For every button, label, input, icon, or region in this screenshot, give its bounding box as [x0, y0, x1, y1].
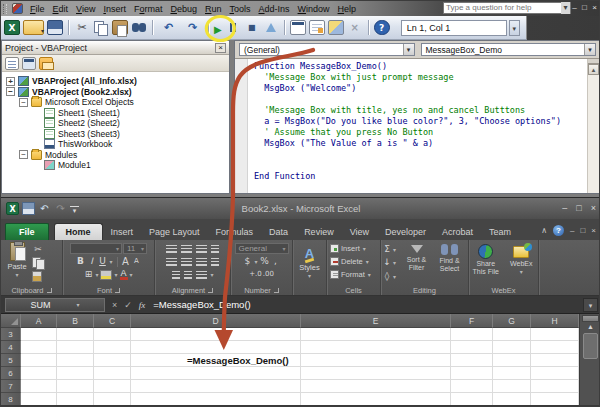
split-handle[interactable] — [582, 315, 599, 322]
row-header-5[interactable]: 5 — [1, 354, 21, 367]
cell-A8[interactable] — [21, 393, 57, 405]
cell-B4[interactable] — [57, 341, 94, 354]
increase-decimal-button[interactable]: +.0 — [249, 269, 262, 280]
chevron-down-icon[interactable]: ▾ — [76, 301, 79, 308]
column-header-c[interactable]: C — [94, 314, 131, 328]
tab-view[interactable]: View — [342, 224, 377, 240]
tab-file[interactable]: File — [5, 223, 49, 240]
properties-window-icon[interactable] — [309, 20, 325, 35]
cell-A5[interactable] — [21, 354, 57, 367]
object-browser-icon[interactable] — [328, 20, 344, 35]
italic-button[interactable]: I — [86, 256, 96, 267]
cell-D8[interactable] — [131, 393, 301, 405]
cell-D7[interactable] — [131, 380, 301, 393]
view-excel-icon[interactable]: X — [4, 20, 20, 35]
view-object-icon[interactable] — [22, 57, 36, 70]
formula-input[interactable]: =MessageBox_Demo() — [153, 299, 583, 310]
shrink-font-button[interactable]: A — [132, 256, 142, 267]
cell-G8[interactable] — [493, 393, 531, 405]
cell-B5[interactable] — [57, 354, 94, 367]
cell-C6[interactable] — [94, 367, 131, 380]
increase-indent-icon[interactable] — [184, 271, 192, 279]
cell-E7[interactable] — [301, 380, 451, 393]
undo-icon[interactable]: ↶ — [158, 20, 179, 35]
redo-icon[interactable]: ↷ — [182, 20, 203, 35]
cell-E3[interactable] — [301, 328, 451, 341]
cell-A3[interactable] — [21, 328, 57, 341]
minimize-button[interactable]: – — [570, 2, 579, 13]
cell-A4[interactable] — [21, 341, 57, 354]
cell-F6[interactable] — [451, 367, 493, 380]
copy-icon[interactable] — [32, 257, 44, 268]
insert-function-icon[interactable]: fx — [139, 300, 146, 310]
format-cells-button[interactable]: Format ▾ — [328, 268, 379, 281]
share-this-file-button[interactable]: Share This File — [470, 242, 502, 284]
tree-item[interactable]: Sheet2 (Sheet2) — [2, 118, 229, 129]
restore-button[interactable]: □ — [580, 2, 589, 13]
grow-font-button[interactable]: A — [121, 256, 131, 267]
tree-item[interactable]: −Modules — [2, 150, 229, 161]
menu-help[interactable]: Help — [334, 3, 361, 15]
qat-redo-icon[interactable]: ↷ — [54, 202, 67, 215]
cell-B3[interactable] — [57, 328, 94, 341]
bold-button[interactable]: B — [75, 256, 85, 267]
cell-E6[interactable] — [301, 367, 451, 380]
menu-insert[interactable]: Insert — [99, 3, 130, 15]
column-header-h[interactable]: H — [531, 314, 579, 328]
cancel-icon[interactable]: × — [112, 300, 117, 310]
toolbox-icon[interactable]: × — [347, 20, 363, 35]
autosum-icon[interactable]: Σ — [382, 244, 392, 255]
toolbar-grip[interactable] — [3, 4, 7, 14]
view-code-icon[interactable] — [5, 57, 19, 70]
dialog-launcher-icon[interactable] — [274, 288, 279, 293]
dialog-launcher-icon[interactable] — [47, 288, 52, 293]
scroll-up-icon[interactable]: ▲ — [588, 64, 599, 75]
tab-insert[interactable]: Insert — [103, 224, 142, 240]
cell-G5[interactable] — [493, 354, 531, 367]
help-icon[interactable]: ? — [553, 225, 564, 236]
cell-B7[interactable] — [57, 380, 94, 393]
tree-item[interactable]: Sheet1 (Sheet1) — [2, 108, 229, 119]
cell-G6[interactable] — [493, 367, 531, 380]
find-icon[interactable] — [131, 20, 147, 35]
cell-H6[interactable] — [531, 367, 579, 380]
tab-review[interactable]: Review — [296, 224, 342, 240]
run-icon[interactable]: ▶ — [214, 24, 222, 35]
cell-D3[interactable] — [131, 328, 301, 341]
borders-button[interactable]: ⊞ — [83, 269, 93, 280]
column-header-a[interactable]: A — [21, 314, 57, 328]
toggle-folders-icon[interactable] — [39, 57, 53, 70]
accounting-format-button[interactable]: $ — [242, 256, 252, 267]
cell-D6[interactable] — [131, 367, 301, 380]
cell-E5[interactable] — [301, 354, 451, 367]
code-editor-area[interactable]: Function MessageBox_Demo() 'Message Box … — [235, 58, 599, 193]
cell-E4[interactable] — [301, 341, 451, 354]
tab-page-layout[interactable]: Page Layout — [141, 224, 208, 240]
fill-color-button[interactable] — [100, 270, 112, 280]
expand-formula-bar-icon[interactable]: ▾ — [583, 298, 598, 312]
cell-B6[interactable] — [57, 367, 94, 380]
cell-F5[interactable] — [451, 354, 493, 367]
cut-icon[interactable]: ✂ — [32, 244, 44, 255]
close-button[interactable]: × — [590, 2, 599, 13]
fill-icon[interactable]: ↓ — [382, 257, 392, 268]
scroll-up-icon[interactable]: ▲ — [580, 322, 600, 332]
name-box[interactable]: SUM ▾ — [5, 298, 105, 312]
column-header-g[interactable]: G — [493, 314, 531, 328]
close-workbook-button[interactable]: × — [591, 226, 596, 236]
merge-center-icon[interactable] — [196, 271, 207, 279]
chevron-down-icon[interactable]: ▾ — [584, 44, 595, 55]
cell-F4[interactable] — [451, 341, 493, 354]
collapse-icon[interactable]: − — [19, 98, 28, 107]
row-header-6[interactable]: 6 — [1, 367, 21, 380]
project-explorer-icon[interactable] — [290, 20, 306, 35]
orientation-icon[interactable] — [211, 245, 219, 253]
tab-data[interactable]: Data — [261, 224, 296, 240]
close-button[interactable]: × — [591, 202, 596, 214]
collapse-icon[interactable]: − — [6, 87, 15, 96]
underline-button[interactable]: U — [97, 256, 107, 267]
reset-icon[interactable]: ■ — [244, 20, 260, 35]
tab-formulas[interactable]: Formulas — [208, 224, 262, 240]
menu-edit[interactable]: Edit — [49, 3, 73, 15]
cell-H8[interactable] — [531, 393, 579, 405]
